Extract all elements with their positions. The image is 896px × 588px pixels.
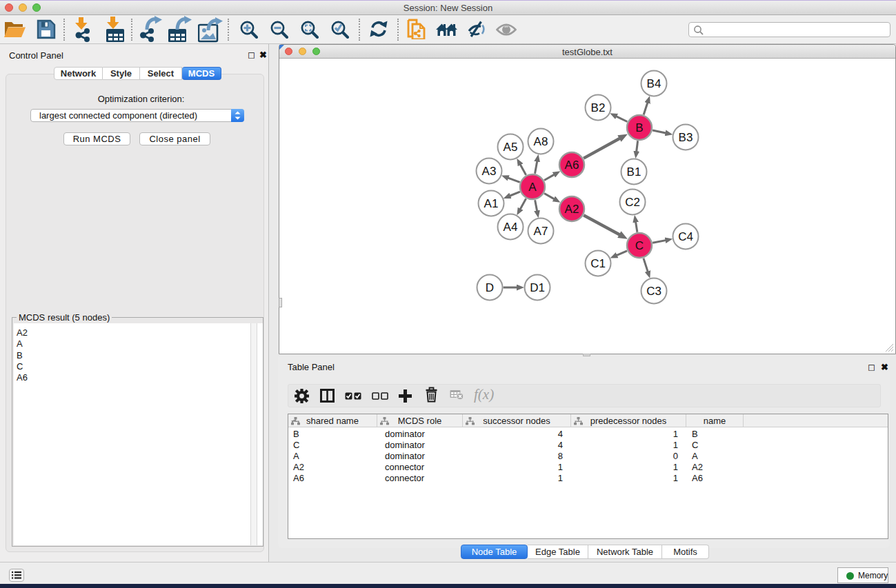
svg-text:A5: A5 xyxy=(504,141,518,154)
svg-text:A1: A1 xyxy=(484,197,499,210)
svg-text:A: A xyxy=(528,181,537,194)
svg-text:A6: A6 xyxy=(565,159,579,172)
svg-text:D: D xyxy=(486,281,494,294)
svg-text:C3: C3 xyxy=(646,285,661,298)
svg-text:B3: B3 xyxy=(679,131,693,144)
svg-text:C1: C1 xyxy=(590,257,606,270)
svg-text:A8: A8 xyxy=(534,135,548,148)
svg-text:C2: C2 xyxy=(625,196,640,209)
svg-text:B2: B2 xyxy=(591,101,606,114)
svg-text:A3: A3 xyxy=(482,165,497,178)
svg-text:B: B xyxy=(635,121,643,134)
svg-text:A2: A2 xyxy=(565,203,579,216)
svg-text:D1: D1 xyxy=(530,281,545,294)
svg-text:B4: B4 xyxy=(647,77,661,90)
svg-text:A7: A7 xyxy=(534,225,548,238)
svg-text:C: C xyxy=(635,239,644,252)
svg-text:B1: B1 xyxy=(627,165,641,179)
svg-text:A4: A4 xyxy=(504,221,518,234)
svg-text:C4: C4 xyxy=(678,230,693,243)
